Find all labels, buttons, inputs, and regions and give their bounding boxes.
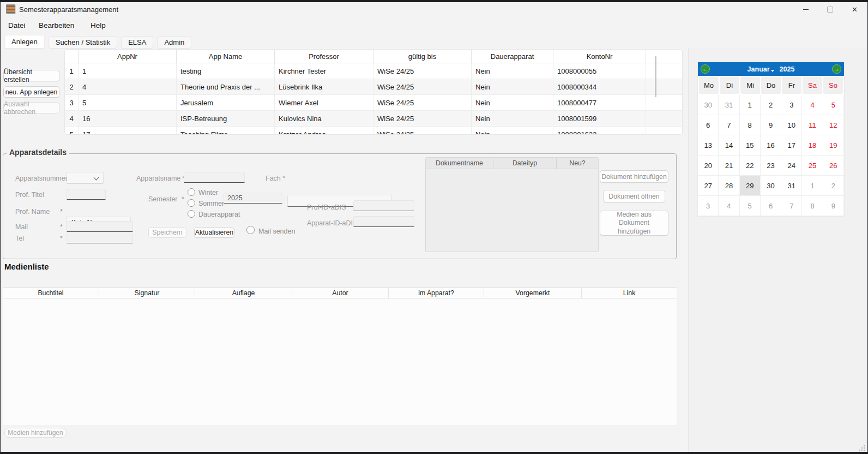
semester-year-input[interactable] [224, 193, 282, 204]
calendar-day[interactable]: 19 [823, 135, 844, 156]
app-table-cell: 1008000477 [553, 95, 646, 110]
dokument-oeffnen-button[interactable]: Dokument öffnen [603, 190, 665, 202]
winter-label: Winter [198, 189, 218, 196]
column-header-dauerapparat[interactable]: Dauerapparat [472, 50, 553, 63]
tab-elsa[interactable]: ELSA [121, 36, 153, 49]
calendar-day[interactable]: 2 [761, 95, 781, 115]
next-month-button[interactable]: → [832, 64, 841, 74]
dokument-hinzufuegen-button[interactable]: Dokument hinzufügen [600, 170, 668, 183]
calendar-day[interactable]: 8 [740, 115, 761, 135]
column-header-kontonr[interactable]: KontoNr [553, 50, 646, 63]
calendar-day[interactable]: 15 [740, 135, 761, 156]
medien-aus-dokument-button[interactable]: Medien aus Dokument hinzufügen [600, 211, 668, 236]
neu-app-anlegen-button[interactable]: neu. App anlegen [3, 86, 59, 98]
apparat-id-adis-label: Apparat-ID-aDIS [307, 219, 357, 227]
mail-senden-label: Mail senden [258, 228, 295, 235]
calendar-day[interactable]: 2 [823, 176, 844, 196]
table-scrollbar[interactable] [655, 56, 656, 97]
calendar-day[interactable]: 3 [698, 196, 719, 216]
calendar-day[interactable]: 5 [823, 95, 844, 115]
calendar-day[interactable]: 24 [781, 156, 802, 176]
menu-help[interactable]: Help [91, 21, 106, 29]
calendar-year[interactable]: 2025 [780, 65, 795, 73]
row-number-cell: 5 [65, 127, 79, 135]
calendar-day[interactable]: 20 [698, 156, 719, 176]
calendar-month[interactable]: Januar [748, 65, 770, 73]
calendar-day[interactable]: 7 [781, 196, 802, 216]
app-table-row[interactable]: 24Theorie und Praxis der ...Lüsebrink Il… [65, 79, 682, 95]
menu-bearbeiten[interactable]: Bearbeiten [39, 21, 74, 29]
calendar-day[interactable]: 30 [698, 95, 719, 115]
calendar-day[interactable]: 12 [823, 115, 844, 135]
calendar-day[interactable]: 22 [740, 156, 761, 176]
calendar-day[interactable]: 7 [719, 115, 739, 135]
mail-input[interactable] [67, 221, 133, 232]
app-table-row[interactable]: 416ISP-BetreuungKulovics NinaWiSe 24/25N… [65, 111, 682, 127]
app-table-row[interactable]: 11testingKirchner TesterWiSe 24/25Nein10… [65, 63, 682, 79]
calendar-day[interactable]: 9 [761, 115, 781, 135]
prof-titel-input[interactable] [67, 189, 106, 200]
maximize-button[interactable] [818, 2, 842, 16]
calendar-day[interactable]: 1 [740, 95, 761, 115]
tab-anlegen[interactable]: Anlegen [4, 35, 45, 49]
apparatsname-input[interactable] [184, 172, 245, 183]
sommer-radio[interactable] [188, 199, 195, 207]
column-header-appnr[interactable]: AppNr [79, 50, 177, 63]
apparatsnummer-label: Apparatsnummer [15, 175, 68, 182]
calendar-day[interactable]: 31 [719, 95, 739, 115]
calendar-day[interactable]: 5 [740, 196, 761, 216]
calendar-day[interactable]: 10 [781, 115, 802, 135]
previous-month-button[interactable]: ← [701, 64, 710, 74]
menu-datei[interactable]: Datei [8, 21, 26, 29]
calendar-day[interactable]: 28 [719, 176, 739, 196]
calendar-day[interactable]: 9 [823, 196, 844, 216]
tab-bar: Anlegen Suchen / Statistik ELSA Admin [4, 35, 191, 49]
calendar-day[interactable]: 14 [719, 135, 739, 156]
app-table-row[interactable]: 517Teaching FilmsKratzer AndreaWiSe 24/2… [65, 127, 682, 135]
apparat-id-adis-input[interactable] [353, 216, 414, 227]
calendar-day[interactable]: 6 [698, 115, 719, 135]
calendar-day[interactable]: 6 [761, 196, 781, 216]
mail-required-marker: * [60, 223, 63, 231]
calendar-day[interactable]: 31 [781, 176, 802, 196]
app-table-cell: Kulovics Nina [275, 111, 373, 126]
calendar-day[interactable]: 8 [802, 196, 823, 216]
calendar-day[interactable]: 4 [719, 196, 739, 216]
calendar-day[interactable]: 27 [698, 176, 719, 196]
day-header-sa: Sa [803, 77, 822, 94]
dauerapparat-radio[interactable] [188, 210, 195, 218]
calendar-day[interactable]: 21 [719, 156, 739, 176]
uebersicht-erstellen-button[interactable]: Übersicht erstellen [3, 70, 59, 81]
calendar-day[interactable]: 1 [802, 176, 823, 196]
app-table-cell: Nein [472, 127, 553, 135]
resize-grip[interactable] [859, 445, 865, 451]
tel-input[interactable] [67, 232, 133, 243]
aktualisieren-button[interactable]: Aktualisieren [194, 227, 234, 238]
calendar-day[interactable]: 13 [698, 135, 719, 156]
winter-radio[interactable] [188, 188, 195, 196]
column-header-gueltig-bis[interactable]: gültig bis [373, 50, 472, 63]
app-table-cell: Kratzer Andrea [275, 127, 373, 135]
calendar-day[interactable]: 17 [781, 135, 802, 156]
calendar-day[interactable]: 4 [802, 95, 823, 115]
column-header-auflage: Auflage [195, 288, 292, 298]
calendar-day[interactable]: 3 [781, 95, 802, 115]
calendar-day[interactable]: 11 [802, 115, 823, 135]
calendar-day[interactable]: 18 [802, 135, 823, 156]
calendar-day[interactable]: 29 [740, 176, 761, 196]
close-button[interactable]: ✕ [842, 2, 867, 16]
column-header-professor[interactable]: Professor [275, 50, 373, 63]
prof-id-adis-input[interactable] [353, 200, 414, 211]
apparatsnummer-select[interactable] [67, 172, 104, 183]
mail-senden-radio[interactable] [246, 226, 255, 234]
calendar-day[interactable]: 16 [761, 135, 781, 156]
column-header-appname[interactable]: App Name [177, 50, 275, 63]
calendar-day[interactable]: 23 [761, 156, 781, 176]
calendar-day[interactable]: 30 [761, 176, 781, 196]
app-table-row[interactable]: 35JerusalemWiemer AxelWiSe 24/25Nein1008… [65, 95, 682, 111]
calendar-day[interactable]: 26 [823, 156, 844, 176]
tab-suchen-statistik[interactable]: Suchen / Statistik [49, 36, 117, 49]
tab-admin[interactable]: Admin [157, 36, 191, 49]
minimize-button[interactable] [793, 2, 818, 16]
calendar-day[interactable]: 25 [802, 156, 823, 176]
